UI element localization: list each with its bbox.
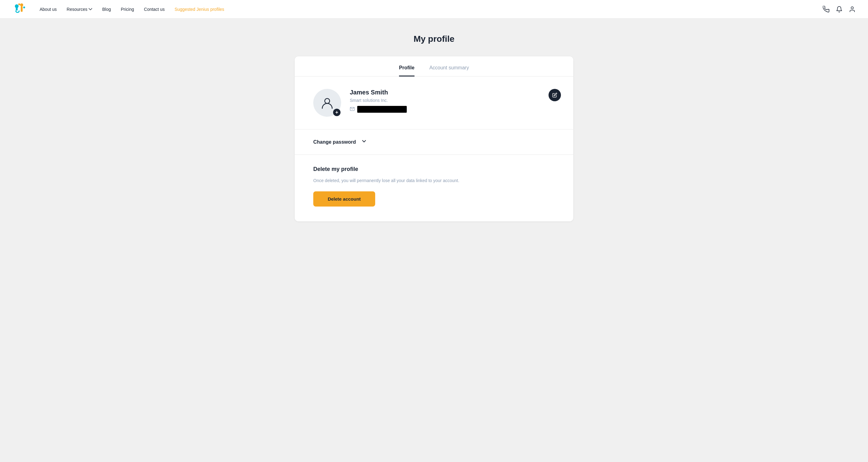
avatar-container: + (313, 89, 341, 117)
pencil-icon (552, 93, 557, 97)
svg-point-7 (325, 98, 330, 103)
nav-suggested-profiles[interactable]: Suggested Jenius profiles (175, 7, 224, 12)
chevron-down-icon (89, 8, 92, 10)
nav-contact-us[interactable]: Contact us (144, 7, 165, 12)
svg-point-5 (23, 6, 25, 8)
navbar-links: About us Resources Blog Pricing Contact … (40, 7, 823, 12)
add-photo-button[interactable]: + (333, 109, 341, 116)
delete-section-description: Once deleted, you will permanently lose … (313, 178, 555, 184)
tab-account-summary[interactable]: Account summary (429, 65, 469, 76)
delete-section-title: Delete my profile (313, 166, 555, 173)
svg-point-6 (851, 6, 853, 9)
email-icon (350, 106, 355, 113)
change-password-section[interactable]: Change password (295, 129, 573, 155)
envelope-icon (350, 106, 355, 112)
delete-account-button[interactable]: Delete account (313, 191, 375, 207)
profile-email-row (350, 106, 555, 113)
svg-rect-1 (16, 6, 18, 10)
profile-section: + James Smith Smart solutions Inc. (295, 76, 573, 129)
nav-about-us[interactable]: About us (40, 7, 57, 12)
navbar: About us Resources Blog Pricing Contact … (0, 0, 868, 19)
phone-icon-button[interactable] (823, 6, 830, 13)
profile-info: James Smith Smart solutions Inc. (350, 89, 555, 113)
edit-profile-button[interactable] (549, 89, 561, 101)
delete-section: Delete my profile Once deleted, you will… (295, 155, 573, 221)
profile-company: Smart solutions Inc. (350, 98, 555, 103)
user-icon-button[interactable] (849, 6, 856, 13)
user-icon (849, 6, 856, 13)
nav-blog[interactable]: Blog (102, 7, 111, 12)
chevron-down-icon (361, 138, 367, 146)
nav-resources[interactable]: Resources (67, 7, 92, 12)
phone-icon (823, 6, 830, 13)
svg-point-2 (20, 3, 23, 6)
avatar-person-icon (320, 95, 335, 110)
tabs-container: Profile Account summary (295, 56, 573, 76)
page-title: My profile (254, 34, 614, 44)
main-content: My profile Profile Account summary + Jam… (248, 19, 620, 237)
nav-pricing[interactable]: Pricing (121, 7, 134, 12)
svg-rect-3 (21, 6, 23, 12)
change-password-label: Change password (313, 140, 356, 145)
logo[interactable] (12, 2, 27, 17)
svg-point-4 (18, 3, 20, 5)
navbar-icons (823, 6, 856, 13)
notification-icon-button[interactable] (836, 6, 843, 13)
email-redacted (357, 106, 407, 113)
profile-name: James Smith (350, 89, 555, 96)
bell-icon (836, 6, 843, 13)
profile-card: Profile Account summary + James Smith Sm… (295, 56, 573, 221)
tab-profile[interactable]: Profile (399, 65, 414, 76)
